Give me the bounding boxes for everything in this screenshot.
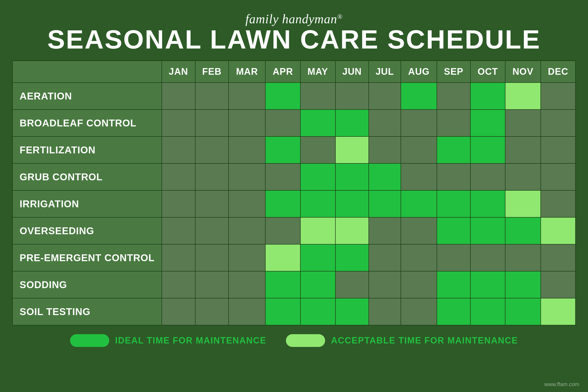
cell-nov: [505, 217, 541, 244]
cell-dec: [541, 190, 576, 217]
month-header-oct: OCT: [470, 61, 505, 82]
cell-jan: [162, 110, 195, 136]
cell-jun: [336, 244, 369, 271]
row-overseeding: OVERSEEDING: [12, 217, 576, 244]
cell-jan: [162, 244, 195, 271]
cell-feb: [195, 271, 228, 298]
cell-feb: [195, 164, 228, 190]
cell-jul: [369, 136, 401, 164]
month-header-mar: MAR: [228, 61, 266, 82]
cell-may: [300, 110, 336, 136]
ideal-legend-item: IDEAL TIME FOR MAINTENANCE: [70, 334, 266, 347]
cell-apr: [265, 164, 300, 190]
cell-mar: [228, 110, 266, 136]
cell-jun: [336, 190, 369, 217]
cell-feb: [195, 110, 228, 136]
cell-apr: [265, 217, 300, 244]
cell-dec: [541, 244, 576, 271]
cell-jan: [162, 298, 195, 325]
cell-oct: [470, 298, 505, 325]
month-header-aug: AUG: [401, 61, 437, 82]
row-irrigation: IRRIGATION: [12, 190, 576, 217]
cell-dec: [541, 271, 576, 298]
cell-oct: [470, 244, 505, 271]
cell-dec: [541, 110, 576, 136]
month-header-feb: FEB: [195, 61, 228, 82]
cell-sep: [437, 110, 470, 136]
cell-dec: [541, 217, 576, 244]
cell-feb: [195, 298, 228, 325]
cell-apr: [265, 271, 300, 298]
cell-may: [300, 244, 336, 271]
cell-jun: [336, 164, 369, 190]
cell-may: [300, 82, 336, 110]
cell-jun: [336, 136, 369, 164]
cell-apr: [265, 244, 300, 271]
watermark: www.ffam.com: [544, 381, 579, 388]
cell-jul: [369, 244, 401, 271]
cell-nov: [505, 82, 541, 110]
schedule-table: JANFEBMARAPRMAYJUNJULAUGSEPOCTNOVDEC AER…: [12, 60, 576, 325]
acceptable-legend-item: ACCEPTABLE TIME FOR MAINTENANCE: [286, 334, 518, 347]
cell-aug: [401, 110, 437, 136]
cell-apr: [265, 298, 300, 325]
cell-oct: [470, 164, 505, 190]
cell-jul: [369, 110, 401, 136]
cell-apr: [265, 190, 300, 217]
cell-aug: [401, 164, 437, 190]
row-fertilization: FERTILIZATION: [12, 136, 576, 164]
cell-jul: [369, 217, 401, 244]
cell-jun: [336, 82, 369, 110]
cell-mar: [228, 190, 266, 217]
cell-mar: [228, 136, 266, 164]
page-header: family handyman® SEASONAL LAWN CARE SCHE…: [47, 12, 541, 53]
cell-jan: [162, 190, 195, 217]
month-header-nov: NOV: [505, 61, 541, 82]
activity-label: FERTILIZATION: [12, 136, 162, 164]
cell-feb: [195, 82, 228, 110]
cell-jan: [162, 271, 195, 298]
acceptable-legend-label: ACCEPTABLE TIME FOR MAINTENANCE: [331, 336, 518, 346]
cell-may: [300, 164, 336, 190]
cell-sep: [437, 164, 470, 190]
cell-nov: [505, 136, 541, 164]
cell-oct: [470, 136, 505, 164]
cell-nov: [505, 190, 541, 217]
activity-label: SODDING: [12, 271, 162, 298]
cell-dec: [541, 136, 576, 164]
cell-jun: [336, 271, 369, 298]
cell-nov: [505, 298, 541, 325]
ideal-legend-box: [70, 334, 109, 347]
cell-sep: [437, 136, 470, 164]
cell-mar: [228, 244, 266, 271]
cell-apr: [265, 110, 300, 136]
row-aeration: AERATION: [12, 82, 576, 110]
cell-jul: [369, 82, 401, 110]
cell-dec: [541, 82, 576, 110]
cell-nov: [505, 271, 541, 298]
cell-jul: [369, 298, 401, 325]
legend: IDEAL TIME FOR MAINTENANCE ACCEPTABLE TI…: [70, 334, 518, 347]
cell-sep: [437, 190, 470, 217]
cell-dec: [541, 164, 576, 190]
row-soil-testing: SOIL TESTING: [12, 298, 576, 325]
ideal-legend-label: IDEAL TIME FOR MAINTENANCE: [115, 336, 266, 346]
cell-jan: [162, 164, 195, 190]
row-broadleaf-control: BROADLEAF CONTROL: [12, 110, 576, 136]
cell-aug: [401, 190, 437, 217]
page-title: SEASONAL LAWN CARE SCHEDULE: [47, 26, 541, 53]
cell-mar: [228, 271, 266, 298]
cell-oct: [470, 110, 505, 136]
cell-sep: [437, 298, 470, 325]
cell-mar: [228, 217, 266, 244]
cell-aug: [401, 136, 437, 164]
month-header-sep: SEP: [437, 61, 470, 82]
cell-jul: [369, 190, 401, 217]
schedule-table-container: JANFEBMARAPRMAYJUNJULAUGSEPOCTNOVDEC AER…: [12, 60, 576, 325]
label-header: [12, 61, 162, 82]
cell-jan: [162, 217, 195, 244]
month-header-jun: JUN: [336, 61, 369, 82]
cell-apr: [265, 82, 300, 110]
row-grub-control: GRUB CONTROL: [12, 164, 576, 190]
activity-label: BROADLEAF CONTROL: [12, 110, 162, 136]
